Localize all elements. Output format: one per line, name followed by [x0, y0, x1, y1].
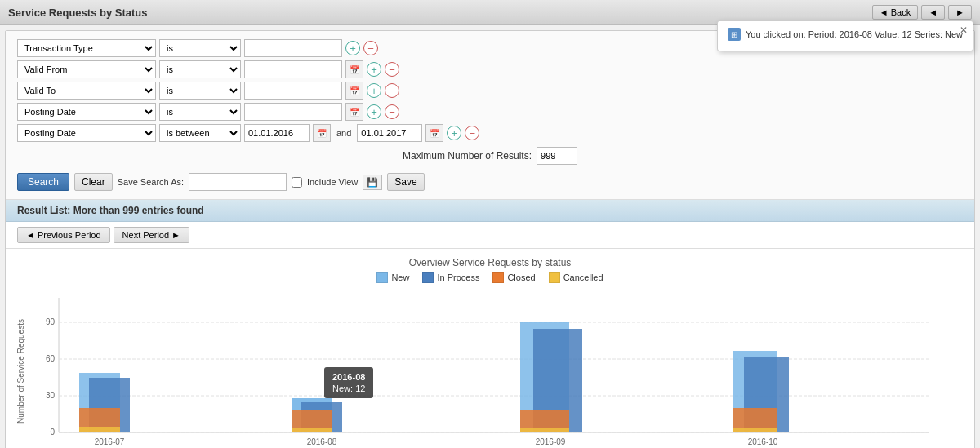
nav-right-button[interactable]: ► [948, 5, 972, 20]
filter-value-1[interactable] [244, 39, 342, 57]
max-results-label: Maximum Number of Results: [403, 150, 532, 162]
svg-text:Number of Service Requests: Number of Service Requests [16, 319, 25, 424]
filter-add-2[interactable]: + [367, 62, 381, 77]
next-period-button[interactable]: Next Period ► [114, 227, 189, 243]
header-actions: ◄ Back ◄ ► [872, 5, 972, 20]
chart-title: Overview Service Requests by status [14, 257, 966, 268]
svg-text:2016-07: 2016-07 [95, 437, 125, 446]
legend-color-new [376, 272, 388, 283]
filter-field-2[interactable]: Valid From [17, 60, 156, 78]
action-row: Search Clear Save Search As: Include Vie… [17, 170, 963, 191]
filter-row-2: Valid From is 📅 + − [17, 60, 963, 78]
result-count-label: Result List: More than 999 entries found [17, 205, 204, 216]
svg-text:90: 90 [46, 317, 56, 326]
filter-op-3[interactable]: is [159, 82, 241, 100]
tooltip-close-button[interactable]: ✕ [960, 24, 968, 36]
chart-svg-wrapper[interactable]: 0 30 60 90 Number of Service Requests [14, 290, 966, 448]
svg-text:30: 30 [46, 391, 56, 400]
nav-left-button[interactable]: ◄ [921, 5, 945, 20]
legend-in-process: In Process [422, 272, 479, 283]
include-view-checkbox[interactable] [292, 177, 302, 188]
legend-color-in-process [422, 272, 434, 283]
chart-legend: New In Process Closed Cancelled [14, 272, 966, 283]
filter-remove-1[interactable]: − [363, 41, 378, 55]
date-picker-from-5[interactable]: 📅 [313, 124, 331, 142]
filter-add-5[interactable]: + [447, 126, 461, 140]
filter-from-5[interactable] [244, 124, 310, 142]
max-results-row: Maximum Number of Results: [17, 147, 963, 165]
filter-add-1[interactable]: + [345, 41, 360, 55]
legend-color-cancelled [549, 272, 560, 283]
svg-rect-14 [79, 427, 120, 432]
max-results-input[interactable] [537, 147, 577, 165]
prev-period-button[interactable]: ◄ Previous Period [17, 227, 110, 243]
tooltip-text: You clicked on: Period: 2016-08 Value: 1… [746, 29, 963, 39]
filter-row-3: Valid To is 📅 + − [17, 82, 963, 100]
legend-closed: Closed [492, 272, 535, 283]
page-title: Service Requests by Status [8, 7, 148, 19]
between-and-label: and [336, 128, 351, 138]
filter-field-5[interactable]: Posting Date [17, 124, 156, 142]
svg-text:0: 0 [50, 428, 55, 437]
svg-text:2016-09: 2016-09 [536, 437, 566, 446]
legend-new: New [376, 272, 409, 283]
filter-field-1[interactable]: Transaction Type [17, 39, 156, 57]
click-tooltip: ⊞ You clicked on: Period: 2016-08 Value:… [717, 20, 973, 51]
filter-add-3[interactable]: + [367, 83, 381, 98]
filter-value-3[interactable] [244, 82, 342, 100]
filter-remove-4[interactable]: − [385, 104, 399, 119]
filter-remove-3[interactable]: − [385, 83, 399, 98]
tooltip-header: ⊞ You clicked on: Period: 2016-08 Value:… [728, 28, 963, 41]
legend-label-new: New [391, 273, 409, 282]
filter-row-5: Posting Date is between 📅 and 📅 + − [17, 124, 963, 142]
svg-text:2016-10: 2016-10 [748, 437, 778, 446]
legend-label-cancelled: Cancelled [564, 273, 604, 282]
filter-op-1[interactable]: is [159, 39, 241, 57]
filter-value-2[interactable] [244, 60, 342, 78]
save-search-label: Save Search As: [118, 177, 184, 187]
search-button[interactable]: Search [17, 173, 69, 191]
search-form: Transaction Type is + − Valid From is 📅 [6, 31, 974, 200]
legend-color-closed [492, 272, 504, 283]
back-button[interactable]: ◄ Back [872, 5, 918, 20]
include-view-label: Include View [307, 177, 358, 187]
filter-to-5[interactable] [357, 124, 422, 142]
filter-value-4[interactable] [244, 103, 342, 121]
date-picker-3[interactable]: 📅 [345, 82, 363, 100]
legend-cancelled: Cancelled [549, 272, 604, 283]
svg-text:60: 60 [46, 354, 56, 363]
legend-label-in-process: In Process [437, 273, 479, 282]
save-icon-button[interactable]: 💾 [363, 175, 382, 190]
tooltip-icon: ⊞ [728, 28, 741, 41]
clear-button[interactable]: Clear [74, 173, 113, 191]
filter-op-4[interactable]: is [159, 103, 241, 121]
date-picker-2[interactable]: 📅 [345, 60, 363, 78]
date-picker-to-5[interactable]: 📅 [425, 124, 443, 142]
filter-remove-2[interactable]: − [385, 62, 399, 77]
svg-rect-29 [733, 428, 777, 432]
filter-op-5[interactable]: is between [159, 124, 241, 142]
filter-op-2[interactable]: is [159, 60, 241, 78]
result-header: Result List: More than 999 entries found [6, 200, 974, 222]
main-content: Transaction Type is + − Valid From is 📅 [5, 30, 975, 448]
filter-row-4: Posting Date is 📅 + − [17, 103, 963, 121]
svg-rect-24 [520, 428, 569, 432]
filter-field-4[interactable]: Posting Date [17, 103, 156, 121]
page-wrapper: Service Requests by Status ◄ Back ◄ ► ⊞ … [0, 0, 980, 448]
save-search-input[interactable] [189, 173, 287, 191]
save-text-button[interactable]: Save [387, 173, 424, 191]
filter-remove-5[interactable]: − [465, 126, 479, 140]
svg-rect-19 [292, 428, 332, 432]
filter-add-4[interactable]: + [367, 104, 381, 119]
date-picker-4[interactable]: 📅 [345, 103, 363, 121]
filter-field-3[interactable]: Valid To [17, 82, 156, 100]
chart-svg[interactable]: 0 30 60 90 Number of Service Requests [14, 290, 945, 448]
legend-label-closed: Closed [507, 273, 535, 282]
period-nav: ◄ Previous Period Next Period ► [6, 222, 974, 249]
svg-text:2016-08: 2016-08 [307, 437, 337, 446]
chart-area: Overview Service Requests by status New … [6, 249, 974, 448]
